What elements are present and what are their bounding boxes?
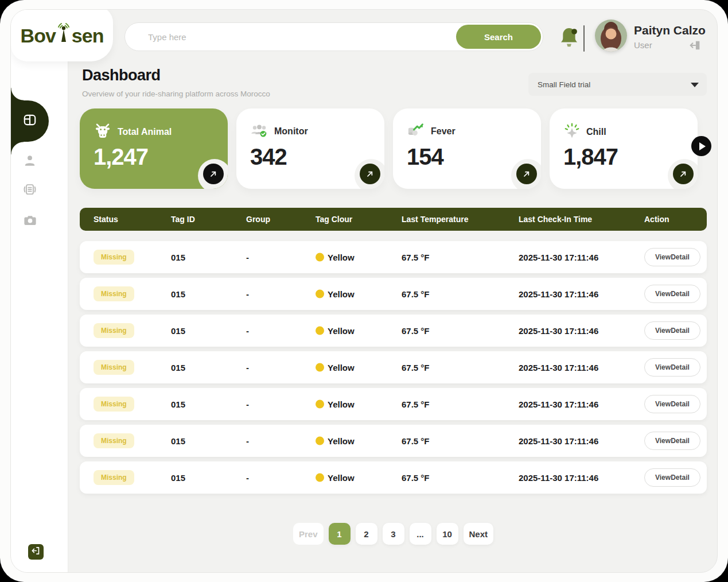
tag-colour-dot — [316, 327, 324, 335]
tag-colour-cell: Yellow — [328, 326, 355, 336]
notification-bell-icon[interactable] — [558, 26, 581, 50]
sidebar-item-users[interactable] — [11, 153, 49, 170]
avatar[interactable] — [595, 20, 627, 52]
sidebar — [11, 10, 68, 572]
search-input[interactable] — [148, 23, 446, 51]
stat-card-chill[interactable]: Chill 1,847 — [550, 108, 698, 189]
group-cell: - — [246, 436, 249, 446]
column-header: Tag ID — [171, 215, 195, 224]
tag-id-cell: 015 — [171, 473, 185, 483]
report-icon — [22, 182, 37, 199]
arrow-up-right-button[interactable] — [673, 164, 694, 184]
device-frame: Bov sen Search Paityn Calzo User Dashboa… — [0, 0, 728, 582]
pagination: Prev123...10Next — [80, 523, 707, 545]
pagination-page-2[interactable]: 2 — [356, 523, 377, 545]
pagination-page-10[interactable]: 10 — [437, 523, 458, 545]
stat-card-monitor[interactable]: Monitor 342 — [236, 108, 384, 189]
brand-prefix: Bov — [21, 26, 56, 45]
arrow-up-right-button[interactable] — [360, 164, 380, 184]
status-badge: Missing — [94, 360, 134, 375]
table-row[interactable]: Missing 015 - Yellow 67.5 °F 2025-11-30 … — [80, 461, 707, 494]
table-row[interactable]: Missing 015 - Yellow 67.5 °F 2025-11-30 … — [80, 388, 707, 420]
view-detail-button[interactable]: ViewDetail — [644, 432, 700, 450]
stat-label: Chill — [586, 127, 606, 137]
column-header: Status — [94, 215, 118, 224]
tag-id-cell: 015 — [171, 436, 185, 446]
group-cell: - — [246, 326, 249, 336]
last-temperature-cell: 67.5 °F — [402, 399, 430, 409]
status-badge: Missing — [94, 250, 134, 265]
trial-select[interactable]: Small Field trial — [528, 73, 707, 96]
stat-card-total-animal[interactable]: Total Animal 1,247 — [80, 108, 228, 189]
view-detail-button[interactable]: ViewDetail — [644, 285, 700, 303]
sidebar-logout-button[interactable] — [28, 544, 44, 560]
tag-colour-dot — [316, 400, 324, 409]
stat-value: 342 — [250, 144, 287, 170]
status-badge: Missing — [94, 397, 134, 412]
sidebar-item-camera[interactable] — [11, 212, 49, 230]
trend-up-icon — [407, 122, 425, 141]
table-row[interactable]: Missing 015 - Yellow 67.5 °F 2025-11-30 … — [80, 241, 707, 273]
table-row[interactable]: Missing 015 - Yellow 67.5 °F 2025-11-30 … — [80, 351, 707, 383]
last-temperature-cell: 67.5 °F — [402, 289, 430, 299]
cow-icon — [94, 122, 112, 142]
column-header: Action — [644, 215, 669, 224]
tag-id-cell: 015 — [171, 289, 185, 299]
view-detail-button[interactable]: ViewDetail — [644, 468, 700, 487]
column-header: Last Check-In Time — [519, 215, 592, 224]
logout-icon — [31, 546, 41, 558]
view-detail-button[interactable]: ViewDetail — [644, 321, 700, 340]
table-row[interactable]: Missing 015 - Yellow 67.5 °F 2025-11-30 … — [80, 425, 707, 457]
last-temperature-cell: 67.5 °F — [402, 363, 430, 373]
sparkle-icon — [563, 122, 581, 142]
tag-colour-dot — [316, 290, 324, 298]
search-button[interactable]: Search — [456, 25, 541, 49]
stat-label: Monitor — [274, 126, 308, 137]
sidebar-item-dashboard[interactable] — [11, 100, 49, 142]
app-window: Bov sen Search Paityn Calzo User Dashboa… — [10, 9, 718, 573]
last-checkin-cell: 2025-11-30 17:11:46 — [519, 436, 598, 446]
group-cell: - — [246, 473, 249, 483]
column-header: Last Temperature — [402, 215, 468, 224]
last-checkin-cell: 2025-11-30 17:11:46 — [519, 253, 598, 262]
header-logout-icon[interactable] — [689, 39, 702, 52]
pagination-prev-button[interactable]: Prev — [293, 523, 324, 545]
tag-id-cell: 015 — [171, 326, 185, 336]
pagination-page-1[interactable]: 1 — [329, 523, 351, 545]
last-checkin-cell: 2025-11-30 17:11:46 — [519, 473, 598, 483]
table-row[interactable]: Missing 015 - Yellow 67.5 °F 2025-11-30 … — [80, 315, 707, 347]
stat-card-fever[interactable]: Fever 154 — [393, 108, 541, 189]
table-row[interactable]: Missing 015 - Yellow 67.5 °F 2025-11-30 … — [80, 278, 707, 310]
user-icon — [22, 153, 37, 170]
view-detail-button[interactable]: ViewDetail — [644, 248, 700, 266]
group-cell: - — [246, 363, 249, 373]
tag-colour-cell: Yellow — [328, 473, 355, 483]
tag-colour-cell: Yellow — [328, 253, 355, 262]
play-icon — [699, 142, 706, 150]
sidebar-item-reports[interactable] — [11, 182, 49, 199]
arrow-up-right-button[interactable] — [203, 164, 224, 184]
carousel-next-button[interactable] — [691, 136, 711, 156]
camera-icon — [22, 212, 38, 230]
page-subtitle: Overview of your ride-sharing platform a… — [82, 90, 270, 98]
status-badge: Missing — [94, 323, 134, 338]
dashboard-grid-icon — [22, 112, 37, 130]
last-temperature-cell: 67.5 °F — [402, 253, 430, 262]
table-header: StatusTag IDGroupTag ClourLast Temperatu… — [80, 208, 707, 231]
view-detail-button[interactable]: ViewDetail — [644, 395, 700, 413]
brand-logo[interactable]: Bov sen — [21, 22, 104, 45]
user-name: Paityn Calzo — [634, 24, 706, 37]
header-divider — [583, 25, 585, 52]
pagination-next-button[interactable]: Next — [464, 523, 494, 545]
tag-colour-dot — [316, 253, 324, 262]
arrow-up-right-button[interactable] — [516, 164, 537, 184]
chevron-down-icon — [691, 83, 699, 87]
user-role: User — [634, 40, 652, 50]
last-checkin-cell: 2025-11-30 17:11:46 — [519, 289, 598, 299]
tag-colour-cell: Yellow — [328, 436, 355, 446]
last-checkin-cell: 2025-11-30 17:11:46 — [519, 363, 598, 373]
view-detail-button[interactable]: ViewDetail — [644, 358, 700, 377]
tag-colour-dot — [316, 437, 324, 445]
pagination-page-...[interactable]: ... — [410, 523, 431, 545]
pagination-page-3[interactable]: 3 — [383, 523, 404, 545]
